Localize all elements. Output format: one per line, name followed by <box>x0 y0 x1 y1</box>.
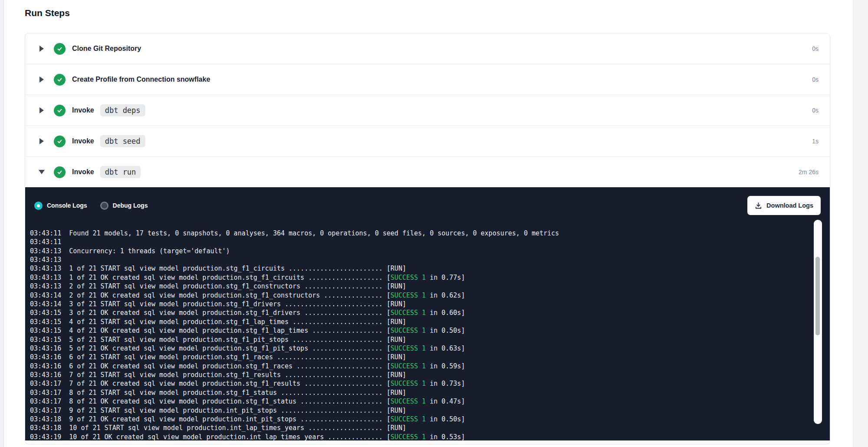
debug-logs-radio[interactable]: Debug Logs <box>100 202 148 210</box>
log-line: 03:43:16 6 of 21 START sql view model pr… <box>30 353 782 361</box>
scrollbar-track[interactable] <box>814 220 822 424</box>
step-command-badge: dbt seed <box>100 135 145 147</box>
log-line: 03:43:17 8 of 21 OK created sql view mod… <box>30 397 782 406</box>
run-step-row[interactable]: Invoke dbt seed 1s <box>25 126 830 156</box>
log-line: 03:43:17 8 of 21 START sql view model pr… <box>30 388 782 397</box>
log-line: 03:43:13 2 of 21 START sql view model pr… <box>30 282 782 291</box>
log-line: 03:43:15 4 of 21 OK created sql view mod… <box>30 326 782 335</box>
console-panel: Console Logs Debug Logs Download Logs <box>25 187 830 440</box>
log-line: 03:43:11 <box>30 238 782 246</box>
console-toolbar: Console Logs Debug Logs Download Logs <box>25 187 830 215</box>
success-check-icon <box>54 43 66 55</box>
left-gutter <box>0 0 4 447</box>
log-line: 03:43:15 3 of 21 OK created sql view mod… <box>30 308 782 317</box>
run-steps-list: Clone Git Repository 0s Create Profile f… <box>25 33 830 187</box>
log-line: 03:43:11 Found 21 models, 17 tests, 0 sn… <box>30 229 782 238</box>
log-line: 03:43:14 3 of 21 START sql view model pr… <box>30 300 782 308</box>
radio-selected-icon <box>34 202 43 210</box>
log-lines: 03:43:11 Found 21 models, 17 tests, 0 sn… <box>30 229 782 440</box>
download-icon <box>755 202 762 209</box>
step-command-badge: dbt deps <box>100 104 145 116</box>
step-title: Clone Git Repository <box>72 45 141 53</box>
log-line: 03:43:13 <box>30 255 782 264</box>
log-line: 03:43:16 6 of 21 OK created sql view mod… <box>30 362 782 371</box>
success-check-icon <box>54 166 66 178</box>
step-title: Invoke <box>72 137 94 145</box>
console-log-output[interactable]: 03:43:11 Found 21 models, 17 tests, 0 sn… <box>25 215 830 440</box>
download-logs-label: Download Logs <box>766 202 813 209</box>
success-check-icon <box>54 105 66 116</box>
run-step-row[interactable]: Invoke dbt run 2m 26s <box>25 156 830 187</box>
log-line: 03:43:17 7 of 21 OK created sql view mod… <box>30 379 782 388</box>
caret-icon[interactable] <box>39 138 45 144</box>
log-line: 03:43:18 10 of 21 START sql view model p… <box>30 424 782 432</box>
log-line: 03:43:17 9 of 21 START sql view model pr… <box>30 406 782 415</box>
caret-icon[interactable] <box>39 46 45 52</box>
step-duration: 2m 26s <box>799 169 819 175</box>
log-line: 03:43:16 5 of 21 OK created sql view mod… <box>30 344 782 353</box>
log-line: 03:43:14 2 of 21 OK created sql view mod… <box>30 291 782 300</box>
success-check-icon <box>54 74 66 86</box>
log-line: 03:43:13 1 of 21 START sql view model pr… <box>30 264 782 273</box>
debug-logs-label: Debug Logs <box>113 202 148 209</box>
step-duration: 0s <box>812 45 819 52</box>
success-check-icon <box>54 136 66 147</box>
step-title: Invoke <box>72 106 94 114</box>
radio-unselected-icon <box>100 202 108 210</box>
console-logs-label: Console Logs <box>47 202 87 209</box>
page-title: Run Steps <box>25 0 830 20</box>
run-steps-card: Clone Git Repository 0s Create Profile f… <box>25 33 830 444</box>
log-line: 03:43:18 9 of 21 OK created sql view mod… <box>30 415 782 424</box>
log-line: 03:43:15 4 of 21 START sql view model pr… <box>30 318 782 326</box>
download-logs-button[interactable]: Download Logs <box>747 196 821 215</box>
log-line: 03:43:19 10 of 21 OK created sql view mo… <box>30 433 782 440</box>
log-line: 03:43:15 5 of 21 START sql view model pr… <box>30 335 782 344</box>
caret-icon[interactable] <box>39 169 45 175</box>
step-duration: 0s <box>812 107 819 114</box>
caret-icon[interactable] <box>39 76 45 83</box>
right-gutter <box>853 0 868 447</box>
log-line: 03:43:16 7 of 21 START sql view model pr… <box>30 371 782 379</box>
step-title: Invoke <box>72 168 94 176</box>
caret-icon[interactable] <box>39 107 45 113</box>
run-step-row[interactable]: Invoke dbt deps 0s <box>25 95 830 126</box>
step-duration: 1s <box>812 138 819 145</box>
log-type-radio-group: Console Logs Debug Logs <box>34 202 148 210</box>
step-duration: 0s <box>812 76 819 83</box>
console-logs-radio[interactable]: Console Logs <box>34 202 87 210</box>
run-step-row[interactable]: Create Profile from Connection snowflake… <box>25 64 830 95</box>
run-step-row[interactable]: Clone Git Repository 0s <box>25 33 830 64</box>
log-line: 03:43:13 Concurrency: 1 threads (target=… <box>30 247 782 255</box>
step-command-badge: dbt run <box>100 166 141 178</box>
step-title: Create Profile from Connection snowflake <box>72 76 210 83</box>
scrollbar-thumb[interactable] <box>815 257 820 335</box>
run-steps-section: Run Steps Clone Git Repository 0s Create… <box>25 0 830 444</box>
log-line: 03:43:13 1 of 21 OK created sql view mod… <box>30 273 782 282</box>
